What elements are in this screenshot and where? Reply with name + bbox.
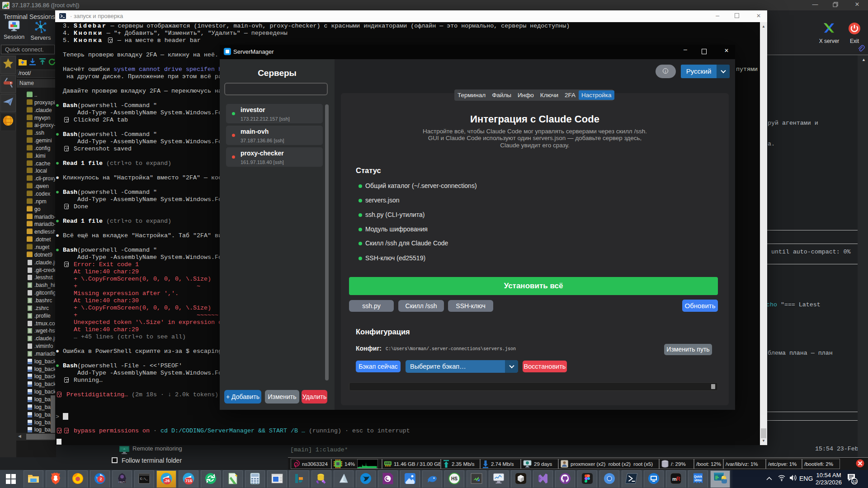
- svg-text:FRUTY: FRUTY: [118, 481, 125, 483]
- svg-text:R: R: [676, 476, 680, 482]
- svg-text:Quick: Quick: [694, 474, 702, 478]
- svg-text:utmo: utmo: [694, 478, 702, 481]
- svg-text:C:\_: C:\_: [140, 477, 148, 481]
- svg-text:HS: HS: [451, 476, 458, 481]
- svg-text:32: 32: [852, 479, 857, 484]
